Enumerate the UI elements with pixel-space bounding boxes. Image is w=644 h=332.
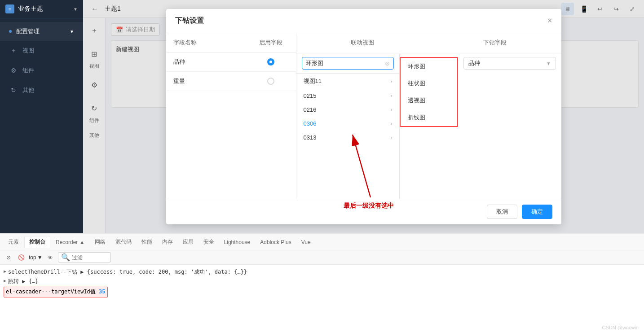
devtools-tab-adblock[interactable]: Adblock Plus [256, 237, 296, 247]
sidebar-menu-title: 业务主题 [18, 5, 73, 13]
cascader-input[interactable]: 环形图 ⊗ [302, 57, 394, 70]
drill-field-select[interactable]: 品种 ▼ [463, 57, 556, 70]
devtools-tab-memory[interactable]: 内存 [158, 236, 177, 248]
radio-variety-checked[interactable] [267, 58, 274, 66]
sidebar-nav: 配置管理 ▼ ＋ 视图 ⚙ 组件 ↻ 其他 [0, 18, 83, 104]
devtools-tab-security[interactable]: 安全 [199, 236, 219, 248]
chart-type-ring[interactable]: 环形图 [401, 58, 457, 75]
filter-input[interactable] [72, 254, 108, 261]
confirm-button[interactable]: 确定 [522, 205, 552, 219]
devtools-eye-button[interactable]: 👁 [45, 253, 55, 262]
drill-field-select-arrow: ▼ [547, 61, 551, 66]
linked-view-header: 联动视图 [296, 33, 429, 53]
devtools-tab-sources[interactable]: 源代码 [111, 236, 136, 248]
devtools-tab-performance[interactable]: 性能 [137, 236, 157, 248]
sidebar-item-view[interactable]: ＋ 视图 [0, 41, 83, 61]
modal-right-header: 联动视图 下钻字段 [296, 33, 561, 53]
cascader-area: 环形图 ⊗ 视图11 › 0215 › 0 [296, 53, 561, 199]
field-radio-variety[interactable] [253, 58, 289, 66]
drill-field-header: 下钻字段 [429, 33, 561, 53]
chart-type-panel: 环形图 柱状图 透视图 折线图 [400, 57, 458, 127]
log-text-2-content: 跳转 ▶ {…} [8, 278, 38, 284]
devtools-tab-lighthouse[interactable]: Lighthouse [220, 237, 255, 247]
chart-type-bar[interactable]: 柱状图 [401, 75, 457, 92]
highlight-log-text: el-cascader---targetViewId值 [6, 288, 99, 295]
devtools-tab-elements[interactable]: 元素 [4, 236, 23, 248]
cascader-item-view11[interactable]: 视图11 › [296, 74, 400, 89]
drill-settings-modal: 下钻设置 × 字段名称 启用字段 品种 重量 [166, 9, 561, 224]
highlight-log: el-cascader---targetViewId值 35 [4, 287, 108, 297]
cancel-button[interactable]: 取消 [487, 205, 517, 219]
devtools-level-text: top [29, 254, 36, 261]
cascader-item-0313-text: 0313 [304, 134, 391, 141]
log-icon-2: ▶ [4, 277, 6, 284]
chart-type-perspective[interactable]: 透视图 [401, 92, 457, 109]
cascader-item-view11-text: 视图11 [304, 77, 391, 85]
cascader-clear-button[interactable]: ⊗ [385, 60, 390, 67]
modal-title: 下钻设置 [175, 16, 204, 26]
cascader-item-0313-arrow: › [391, 135, 392, 140]
devtools-stop-button[interactable]: ⊘ [4, 253, 13, 262]
enable-field-header: 启用字段 [253, 39, 289, 47]
devtools-tab-application[interactable]: 应用 [178, 236, 198, 248]
sidebar: ≡ 业务主题 ▼ 配置管理 ▼ ＋ 视图 ⚙ 组件 ↻ 其他 [0, 0, 83, 233]
cascader-item-0215[interactable]: 0215 › [296, 89, 400, 103]
devtools-clear-button[interactable]: 🚫 [16, 253, 26, 262]
gear-icon: ⚙ [9, 66, 18, 75]
field-name-header: 字段名称 [173, 39, 253, 47]
modal-header: 下钻设置 × [166, 9, 561, 33]
log-icon-1: ▶ [4, 268, 6, 275]
field-name-variety: 品种 [173, 58, 253, 66]
linked-view-panel: 环形图 ⊗ 视图11 › 0215 › 0 [296, 53, 400, 199]
drill-field-panel: 品种 ▼ [458, 53, 561, 199]
chart-type-line[interactable]: 折线图 [401, 109, 457, 126]
cascader-item-view11-arrow: › [391, 79, 392, 84]
field-row-variety: 品种 [166, 52, 296, 72]
sidebar-item-other[interactable]: ↻ 其他 [0, 80, 83, 100]
radio-weight-unchecked[interactable] [267, 78, 274, 85]
cascader-item-0216[interactable]: 0216 › [296, 103, 400, 117]
log-text-2: 跳转 ▶ {…} [8, 277, 38, 286]
cascader-item-0306-arrow: › [391, 121, 392, 126]
devtools-panel: 元素 控制台 Recorder ▲ 网络 源代码 性能 内存 应用 安全 Lig… [0, 233, 644, 332]
cascader-item-0306[interactable]: 0306 › [296, 117, 400, 131]
log-line-1: ▶ selectThemeDrill--下钻 ▶ {success: true,… [4, 267, 640, 277]
devtools-tab-vue[interactable]: Vue [297, 237, 315, 247]
sidebar-item-view-label: 视图 [22, 47, 74, 55]
cascader-input-text: 环形图 [306, 59, 385, 67]
drill-field-select-text: 品种 [468, 59, 547, 67]
log-line-2: ▶ 跳转 ▶ {…} [4, 277, 640, 286]
cascader-item-0306-text: 0306 [304, 120, 391, 127]
devtools-toolbar: ⊘ 🚫 top ▼ 👁 🔍 [0, 250, 644, 265]
drill-field-area: 品种 ▼ [458, 53, 561, 73]
modal-left-header: 字段名称 启用字段 [166, 33, 296, 52]
cascader-item-0216-arrow: › [391, 107, 392, 112]
sidebar-item-widget[interactable]: ⚙ 组件 [0, 61, 83, 80]
modal-backdrop: 下钻设置 × 字段名称 启用字段 品种 重量 [83, 0, 644, 233]
devtools-level-arrow: ▼ [37, 254, 43, 261]
field-row-weight: 重量 [166, 72, 296, 91]
sidebar-item-config-chevron: ▼ [70, 29, 74, 34]
sidebar-active-dot [9, 30, 12, 33]
devtools-tab-recorder[interactable]: Recorder ▲ [51, 237, 89, 247]
devtools-tab-console[interactable]: 控制台 [24, 236, 50, 248]
devtools-tab-network[interactable]: 网络 [90, 236, 110, 248]
modal-close-button[interactable]: × [547, 16, 552, 26]
sidebar-menu-chevron: ▼ [73, 7, 78, 12]
modal-view-panel: 联动视图 下钻字段 环形图 ⊗ 视图11 [296, 33, 561, 199]
field-radio-weight[interactable] [253, 78, 289, 85]
devtools-tabs: 元素 控制台 Recorder ▲ 网络 源代码 性能 内存 应用 安全 Lig… [0, 234, 644, 250]
refresh-icon: ↻ [9, 86, 18, 95]
log-text-1-content: selectThemeDrill--下钻 ▶ {success: true, c… [8, 269, 247, 275]
log-text-1: selectThemeDrill--下钻 ▶ {success: true, c… [8, 268, 247, 276]
field-name-weight: 重量 [173, 77, 253, 85]
sidebar-menu-icon: ≡ [5, 4, 14, 13]
sidebar-item-config[interactable]: 配置管理 ▼ [0, 22, 83, 41]
cascader-item-0313[interactable]: 0313 › [296, 131, 400, 144]
sidebar-header[interactable]: ≡ 业务主题 ▼ [0, 0, 83, 18]
cascader-item-0215-text: 0215 [304, 92, 391, 99]
modal-body: 字段名称 启用字段 品种 重量 [166, 33, 561, 199]
devtools-content: ▶ selectThemeDrill--下钻 ▶ {success: true,… [0, 265, 644, 332]
plus-icon: ＋ [9, 46, 18, 55]
modal-footer: 取消 确定 [166, 199, 561, 224]
